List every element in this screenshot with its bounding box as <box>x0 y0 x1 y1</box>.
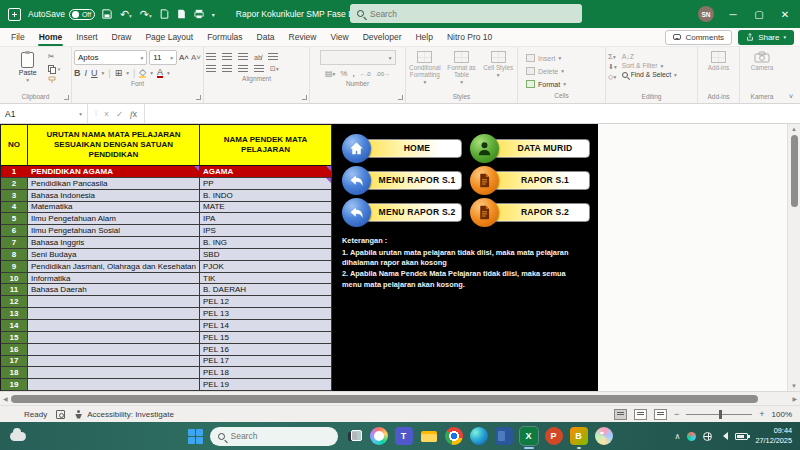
cell-no[interactable]: 19 <box>0 379 28 391</box>
sort-filter-label[interactable]: Sort & Filter▾ <box>622 62 677 69</box>
tab-draw[interactable]: Draw <box>105 29 139 45</box>
shrink-font-button[interactable]: A˅ <box>191 50 201 65</box>
taskbar-edge-icon[interactable] <box>470 427 488 445</box>
tab-review[interactable]: Review <box>282 29 324 45</box>
zoom-out-button[interactable]: − <box>674 409 679 419</box>
cell-no[interactable]: 9 <box>0 261 28 273</box>
cell-pendek[interactable]: PJOK <box>200 261 332 273</box>
ribbon-collapse-icon[interactable]: ˅ <box>784 47 798 103</box>
taskbar-paint-icon[interactable] <box>595 427 613 445</box>
panel-button-rapor-s-1[interactable]: RAPOR S.1 <box>470 166 590 194</box>
cell-no[interactable]: 13 <box>0 308 28 320</box>
increase-decimal-button[interactable]: ←.0 <box>360 71 371 77</box>
cell-no[interactable]: 6 <box>0 225 28 237</box>
close-button[interactable]: ✕ <box>778 9 792 20</box>
grow-font-button[interactable]: A˄ <box>179 50 189 65</box>
name-box[interactable]: A1▾ <box>0 104 88 123</box>
cell-styles-button[interactable]: Cell Styles▾ <box>481 50 515 91</box>
camera-button[interactable]: Camera <box>743 50 781 91</box>
cell-no[interactable]: 18 <box>0 367 28 379</box>
format-cells-button[interactable]: Format▾ <box>526 78 603 90</box>
scroll-down-icon[interactable]: ▼ <box>791 382 797 390</box>
addins-button[interactable]: Add-ins <box>701 50 737 91</box>
cut-button[interactable]: ✂ <box>48 52 61 62</box>
autosum-button[interactable]: Σ▾ <box>608 52 617 61</box>
print-preview-icon[interactable] <box>160 9 169 19</box>
panel-button-pill[interactable]: MENU RAPOR S.1 <box>360 171 462 190</box>
cell-nama[interactable]: Informatika <box>28 273 200 285</box>
redo-icon[interactable]: ↷▾ <box>140 8 152 21</box>
tab-developer[interactable]: Developer <box>356 29 409 45</box>
percent-button[interactable]: % <box>340 69 347 78</box>
underline-button[interactable]: U <box>91 68 98 78</box>
save-icon[interactable] <box>102 9 112 19</box>
number-dialog-launcher[interactable] <box>398 95 403 100</box>
cell-no[interactable]: 17 <box>0 356 28 368</box>
battery-icon[interactable] <box>735 433 748 440</box>
cell-pendek[interactable]: MATE <box>200 202 332 214</box>
titlebar-search[interactable] <box>350 4 582 23</box>
taskbar-copilot-icon[interactable] <box>370 427 388 445</box>
cell-nama[interactable] <box>28 344 200 356</box>
cell-nama[interactable]: Bahasa Indonesia <box>28 190 200 202</box>
cell-pendek[interactable]: PEL 19 <box>200 379 332 391</box>
horizontal-scroll-thumb[interactable] <box>11 395 759 403</box>
share-button[interactable]: Share▾ <box>738 30 794 45</box>
scroll-right-icon[interactable]: ▶ <box>792 395 797 402</box>
tab-formulas[interactable]: Formulas <box>200 29 249 45</box>
cell-no[interactable]: 4 <box>0 202 28 214</box>
panel-button-pill[interactable]: RAPOR S.2 <box>488 203 590 222</box>
taskbar-file-explorer-icon[interactable] <box>420 427 438 445</box>
autosave-control[interactable]: AutoSave Off <box>28 9 95 20</box>
horizontal-scrollbar[interactable]: ◀ ▶ <box>0 391 800 405</box>
weather-widget[interactable] <box>10 432 26 441</box>
bold-button[interactable]: B <box>74 68 81 78</box>
panel-button-home[interactable]: HOME <box>342 134 462 162</box>
cell-nama[interactable] <box>28 367 200 379</box>
cell-nama[interactable]: Matematika <box>28 202 200 214</box>
tab-home[interactable]: Home <box>32 29 70 45</box>
panel-button-data-murid[interactable]: DATA MURID <box>470 134 590 162</box>
cell-nama[interactable]: Pendidikan Jasmani, Olahraga dan Kesehat… <box>28 261 200 273</box>
cell-nama[interactable] <box>28 308 200 320</box>
decrease-indent-button[interactable] <box>254 65 264 73</box>
align-top-button[interactable] <box>206 53 216 61</box>
cell-no[interactable]: 12 <box>0 296 28 308</box>
font-size-select[interactable]: 11▾ <box>149 50 177 65</box>
insert-cells-button[interactable]: Insert▾ <box>526 52 603 64</box>
borders-button[interactable]: ⊞ <box>115 68 123 78</box>
taskbar-word-icon[interactable] <box>495 427 513 445</box>
page-break-view-button[interactable] <box>654 409 667 420</box>
cell-pendek[interactable]: AGAMA <box>200 166 332 178</box>
decrease-decimal-button[interactable]: .00→ <box>376 71 390 77</box>
panel-button-pill[interactable]: RAPOR S.1 <box>488 171 590 190</box>
delete-cells-button[interactable]: Delete▾ <box>526 65 603 77</box>
taskbar-teams-icon[interactable]: T <box>395 427 413 445</box>
cell-no[interactable]: 14 <box>0 320 28 332</box>
comma-button[interactable]: , <box>352 69 354 78</box>
zoom-in-button[interactable]: + <box>759 409 764 419</box>
tray-copilot-icon[interactable] <box>687 432 696 441</box>
vertical-scroll-thumb[interactable] <box>791 135 798 207</box>
number-format-select[interactable]: ▾ <box>320 50 396 65</box>
clipboard-dialog-launcher[interactable] <box>64 95 69 100</box>
font-color-button[interactable]: A <box>157 68 163 78</box>
cell-pendek[interactable]: IPS <box>200 225 332 237</box>
panel-button-rapor-s-2[interactable]: RAPOR S.2 <box>470 198 590 226</box>
scroll-up-icon[interactable]: ▲ <box>791 125 797 133</box>
zoom-slider[interactable] <box>686 414 752 415</box>
cell-pendek[interactable]: IPA <box>200 213 332 225</box>
formula-input[interactable] <box>145 104 800 123</box>
zoom-level[interactable]: 100% <box>772 410 792 419</box>
titlebar-search-input[interactable] <box>370 9 575 19</box>
cell-nama[interactable] <box>28 320 200 332</box>
taskbar-search[interactable] <box>210 427 338 446</box>
cell-no[interactable]: 3 <box>0 190 28 202</box>
cell-no[interactable]: 1 <box>0 166 28 178</box>
taskbar-bing-icon[interactable]: B <box>570 427 588 445</box>
orientation-button[interactable]: ab̸ <box>254 54 262 61</box>
cell-pendek[interactable]: B. DAERAH <box>200 284 332 296</box>
panel-button-pill[interactable]: DATA MURID <box>488 139 590 158</box>
cell-no[interactable]: 15 <box>0 332 28 344</box>
header-cell-pendek[interactable]: NAMA PENDEK MATA PELAJARAN <box>200 124 332 165</box>
